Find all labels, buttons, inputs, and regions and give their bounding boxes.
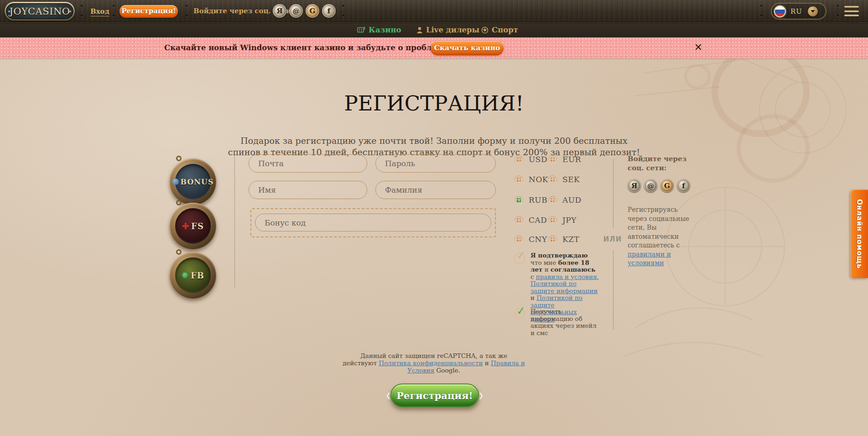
submit-registration-button[interactable]: ❮ Регистрация! ❯ <box>390 383 479 407</box>
radio-circle <box>548 196 557 205</box>
radio-circle <box>548 216 557 225</box>
left-ornament-icon: ❮ <box>386 392 391 399</box>
currency-radio-sek[interactable]: SEK <box>548 175 580 184</box>
language-dropdown-arrow-icon[interactable] <box>808 6 818 16</box>
age-confirm-checkbox[interactable]: ✓ <box>514 253 525 264</box>
download-casino-button[interactable]: Скачать казино <box>431 41 504 55</box>
badge-hook-icon <box>176 200 182 205</box>
lastname-field[interactable] <box>375 181 496 199</box>
currency-radio-kzt[interactable]: KZT <box>548 235 579 244</box>
radio-circle <box>548 155 557 164</box>
yandex-icon[interactable]: Я <box>273 4 286 18</box>
banner-close-icon[interactable]: ✕ <box>692 42 704 53</box>
currency-radio-cad[interactable]: CAD <box>515 215 547 225</box>
promo-optin-text: Получать информацию об акциях через имей… <box>530 308 600 336</box>
privacy-policy-link[interactable]: Политика конфиденциальности <box>379 359 483 367</box>
info-protection-policy-link[interactable]: Политикой по защите информации <box>530 280 598 294</box>
terms-link[interactable]: правила и условия <box>536 273 597 280</box>
side-social-note: Регистрируясь через социальные сети, Вы … <box>628 205 697 268</box>
tab-live-dealers-label: Live дилеры <box>426 26 479 34</box>
green-ball-icon <box>182 272 189 279</box>
hamburger-menu-icon[interactable] <box>844 6 859 16</box>
bonus-badge-label: BONUS <box>181 178 214 186</box>
check-icon: ✓ <box>516 249 526 263</box>
or-label: ИЛИ <box>598 235 628 243</box>
tab-sport[interactable]: Спорт <box>481 26 518 34</box>
language-selector[interactable]: RU <box>771 3 826 20</box>
badge-hook-icon <box>176 156 182 161</box>
tab-sport-label: Спорт <box>492 26 518 34</box>
register-header-button[interactable]: Регистрация! <box>120 5 178 18</box>
tab-casino[interactable]: Казино <box>357 26 401 34</box>
bonus-code-field[interactable] <box>255 214 491 231</box>
freebet-badge-label: FB <box>191 271 204 280</box>
mailru-icon[interactable]: @ <box>289 4 303 18</box>
mailru-icon[interactable]: @ <box>644 179 657 192</box>
red-cross-icon <box>182 222 189 230</box>
radio-circle <box>548 175 557 184</box>
bonus-coin-icon <box>172 179 179 185</box>
radio-circle <box>548 235 557 244</box>
joycasino-registration-page: JOYCASINO Вход Регистрация! Войдите чере… <box>0 0 868 436</box>
header-social-icons: Я @ G f <box>273 4 336 18</box>
bonus-badge: BONUS <box>170 158 216 205</box>
side-social-heading: Войдите через соц. сети: <box>628 154 688 173</box>
online-help-tab[interactable]: Онлайн помощь <box>851 189 868 278</box>
currency-radio-cny[interactable]: CNY <box>515 235 547 244</box>
logo-text: JOYCASINO <box>6 3 73 19</box>
side-social-icons: Я @ G f <box>628 179 690 192</box>
yandex-icon[interactable]: Я <box>628 179 641 192</box>
freespins-badge: FS <box>170 203 216 249</box>
radio-circle <box>515 175 523 184</box>
badge-hook-icon <box>176 249 182 255</box>
radio-circle-selected <box>515 196 523 205</box>
dealer-person-icon <box>416 26 423 34</box>
joycasino-logo[interactable]: JOYCASINO <box>5 2 75 21</box>
language-code: RU <box>790 7 802 16</box>
email-field[interactable] <box>249 154 367 173</box>
currency-radio-usd[interactable]: USD <box>515 155 547 164</box>
side-terms-link[interactable]: правилами и условиями <box>628 251 671 267</box>
main-nav-bar: Казино Live дилеры Спорт <box>0 22 868 37</box>
freespins-badge-label: FS <box>191 221 204 231</box>
radio-circle <box>515 155 523 164</box>
facebook-icon[interactable]: f <box>322 4 336 18</box>
login-link[interactable]: Вход <box>90 7 109 16</box>
check-icon: ✓ <box>516 304 526 318</box>
currency-radio-jpy[interactable]: JPY <box>548 215 577 225</box>
download-client-banner: Скачайте новый Windows клиент казино и з… <box>0 37 868 58</box>
top-header-bar: JOYCASINO Вход Регистрация! Войдите чере… <box>0 0 868 22</box>
recaptcha-note: Данный сайт защищен reCAPTCHA, а так же … <box>343 352 525 374</box>
facebook-icon[interactable]: f <box>677 179 690 192</box>
currency-radio-nok[interactable]: NOK <box>515 175 548 184</box>
freebet-badge: FB <box>170 252 216 299</box>
radio-circle <box>515 235 523 244</box>
subtitle-line-1: Подарок за регистрацию уже почти твой! З… <box>0 135 868 147</box>
or-divider-top <box>613 159 613 228</box>
google-icon[interactable]: G <box>660 179 674 192</box>
soccer-ball-icon <box>481 26 489 34</box>
or-divider-bottom <box>613 250 613 330</box>
firstname-field[interactable] <box>249 181 367 199</box>
russian-flag-icon <box>774 5 786 17</box>
password-field[interactable] <box>375 154 496 173</box>
google-icon[interactable]: G <box>306 4 319 18</box>
online-help-label: Онлайн помощь <box>855 199 863 269</box>
submit-label: Регистрация! <box>396 390 473 401</box>
radio-circle <box>515 216 523 225</box>
right-ornament-icon: ❯ <box>478 392 484 399</box>
slot-machine-icon <box>357 26 365 33</box>
currency-radio-aud[interactable]: AUD <box>548 195 582 205</box>
page-title: РЕГИСТРАЦИЯ! <box>0 91 868 116</box>
currency-radio-eur[interactable]: EUR <box>548 155 581 164</box>
tab-live-dealers[interactable]: Live дилеры <box>416 26 479 34</box>
currency-radio-rub[interactable]: RUB <box>515 195 547 205</box>
promo-optin-checkbox[interactable]: ✓ <box>514 308 525 319</box>
tab-casino-label: Казино <box>369 26 401 34</box>
form-left-divider <box>234 155 235 288</box>
